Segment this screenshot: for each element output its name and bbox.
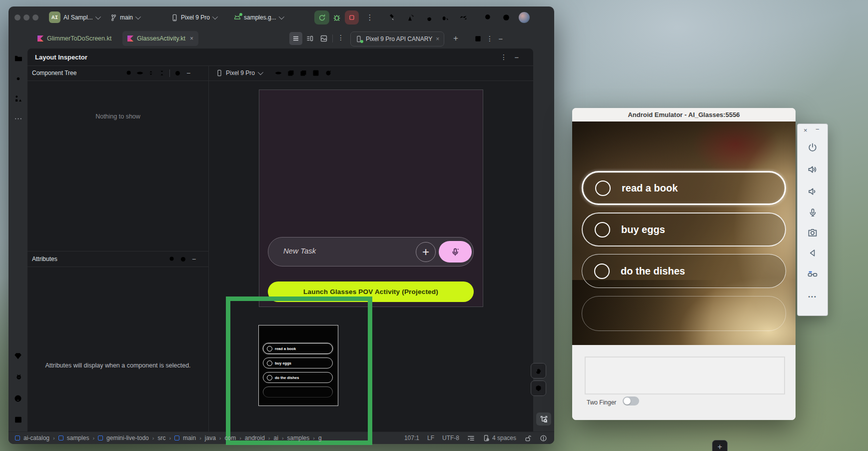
gear-icon[interactable]	[177, 254, 188, 264]
snapshot-add-icon[interactable]	[285, 68, 296, 78]
crumb-item[interactable]: samples	[67, 434, 89, 442]
profiler-icon[interactable]	[458, 12, 469, 23]
crumb-item[interactable]: com	[224, 434, 236, 442]
indent-widget[interactable]: 4 spaces	[483, 434, 516, 442]
layout-inspector-toggle-button[interactable]	[536, 412, 551, 426]
crumb-item[interactable]: g	[318, 434, 322, 442]
search-icon[interactable]	[123, 68, 134, 78]
gem-icon[interactable]	[12, 350, 23, 362]
terminal-icon[interactable]	[12, 414, 23, 425]
panel-options-kebab[interactable]: ⋮	[484, 33, 495, 44]
problems-icon[interactable]	[12, 393, 23, 404]
visibility-eye-icon[interactable]	[134, 68, 145, 78]
open-in-window-icon[interactable]	[472, 33, 483, 44]
more-options-icon[interactable]: •••	[807, 291, 818, 302]
lock-open-icon[interactable]	[524, 434, 532, 442]
build-icon[interactable]	[385, 12, 396, 23]
settings-gear-icon[interactable]	[501, 12, 512, 23]
glasses-icon[interactable]	[807, 268, 818, 280]
crumb-item[interactable]: gemini-live-todo	[106, 434, 149, 442]
live-updates-icon[interactable]	[310, 68, 321, 78]
add-task-button[interactable]: +	[416, 242, 436, 262]
microphone-icon[interactable]	[807, 207, 818, 218]
view-mode-details-icon[interactable]	[303, 32, 316, 45]
tab-glassesactivity[interactable]: GlassesActivity.kt ×	[122, 31, 198, 46]
encoding[interactable]: UTF-8	[442, 434, 459, 442]
volume-down-icon[interactable]	[807, 186, 818, 197]
caret-position[interactable]: 107:1	[404, 434, 419, 442]
user-avatar[interactable]	[519, 12, 530, 23]
crumb-item[interactable]: main	[183, 434, 196, 442]
collapse-all-icon[interactable]	[156, 68, 167, 78]
tab-options-kebab[interactable]: ⋮	[335, 32, 346, 43]
mode-3d-icon[interactable]	[531, 380, 546, 396]
refresh-icon[interactable]	[323, 68, 334, 78]
indent-guide-icon[interactable]	[467, 434, 475, 442]
tab-glimmertodoscreen[interactable]: GlimmerToDoScreen.kt	[32, 31, 116, 46]
search-everywhere-icon[interactable]	[483, 12, 494, 23]
expand-all-icon[interactable]	[145, 68, 156, 78]
zoom-in-button[interactable]: +	[718, 443, 722, 451]
hide-minus-icon[interactable]: −	[188, 254, 199, 264]
gear-icon[interactable]	[172, 68, 183, 78]
window-close-button[interactable]	[14, 14, 20, 20]
task-item-buy-eggs[interactable]: buy eggs	[582, 212, 786, 246]
two-finger-toggle[interactable]	[623, 396, 639, 406]
close-icon[interactable]: ×	[190, 35, 193, 42]
apply-changes-icon[interactable]	[405, 12, 416, 23]
camera-icon[interactable]	[807, 227, 818, 238]
hide-panel-minus[interactable]: −	[495, 33, 506, 44]
view-mode-preview-icon[interactable]	[317, 32, 330, 45]
structure-icon[interactable]	[12, 93, 23, 104]
radio-icon[interactable]	[595, 180, 611, 196]
project-selector[interactable]: AI Sampl...	[63, 6, 99, 28]
debug-button[interactable]	[332, 13, 341, 24]
add-device-tab-button[interactable]: +	[450, 33, 461, 44]
running-device-tab[interactable]: Pixel 9 Pro API CANARY ×	[350, 32, 444, 46]
more-actions-kebab[interactable]: ⋮	[364, 12, 375, 23]
task-item-do-the-dishes[interactable]: do the dishes	[582, 254, 786, 288]
crumb-item[interactable]: java	[205, 434, 216, 442]
render-device-selector[interactable]: Pixel 9 Pro	[216, 70, 262, 76]
emulator-title-bar[interactable]: Android Emulator - AI_Glasses:5556	[572, 108, 796, 122]
attach-debugger-icon[interactable]	[439, 12, 450, 23]
pan-hand-icon[interactable]	[531, 363, 546, 378]
back-icon[interactable]	[807, 248, 818, 258]
more-tool-windows-icon[interactable]	[12, 113, 23, 124]
radio-icon[interactable]	[594, 264, 610, 279]
radio-icon[interactable]	[595, 222, 610, 238]
crumb-item[interactable]: android	[245, 434, 265, 442]
search-icon[interactable]	[166, 254, 177, 264]
window-minimize-button[interactable]	[23, 14, 29, 20]
close-icon[interactable]: ×	[804, 126, 808, 134]
minimize-icon[interactable]: −	[816, 126, 820, 133]
emulator-camera-view[interactable]: read a book buy eggs do the dishes	[572, 122, 796, 345]
visibility-eye-icon[interactable]	[273, 68, 284, 78]
view-mode-list-icon[interactable]	[289, 32, 302, 45]
device-selector[interactable]: Pixel 9 Pro	[171, 6, 216, 28]
window-zoom-button[interactable]	[32, 14, 38, 20]
panel-options-kebab[interactable]: ⋮	[498, 52, 509, 62]
hide-minus-icon[interactable]: −	[183, 68, 194, 78]
task-item-read-a-book[interactable]: read a book	[582, 171, 786, 205]
new-task-input[interactable]: New Task +	[268, 237, 474, 266]
stop-button[interactable]	[345, 10, 359, 24]
volume-up-icon[interactable]	[807, 164, 818, 175]
project-folder-icon[interactable]	[12, 52, 23, 64]
crumb-item[interactable]: samples	[287, 434, 310, 442]
rendered-device-screen[interactable]: New Task + Launch Glasses POV Activity (…	[259, 90, 483, 307]
snapshot-export-icon[interactable]	[298, 68, 309, 78]
sync-project-icon[interactable]	[421, 12, 432, 23]
running-cat-icon[interactable]	[12, 372, 23, 382]
error-indicator-icon[interactable]	[540, 434, 547, 442]
panel-hide-minus[interactable]: −	[511, 52, 522, 62]
crumb-item[interactable]: src	[157, 434, 165, 442]
voice-input-button[interactable]	[439, 241, 472, 262]
rerun-button[interactable]	[314, 10, 329, 24]
run-configuration-selector[interactable]: samples.g...	[233, 6, 283, 28]
power-icon[interactable]	[807, 142, 818, 153]
crumb-item[interactable]: ai-catalog	[23, 434, 49, 442]
close-icon[interactable]: ×	[436, 36, 439, 42]
crumb-item[interactable]: ai	[274, 434, 278, 442]
vcs-branch-selector[interactable]: main	[110, 6, 139, 28]
